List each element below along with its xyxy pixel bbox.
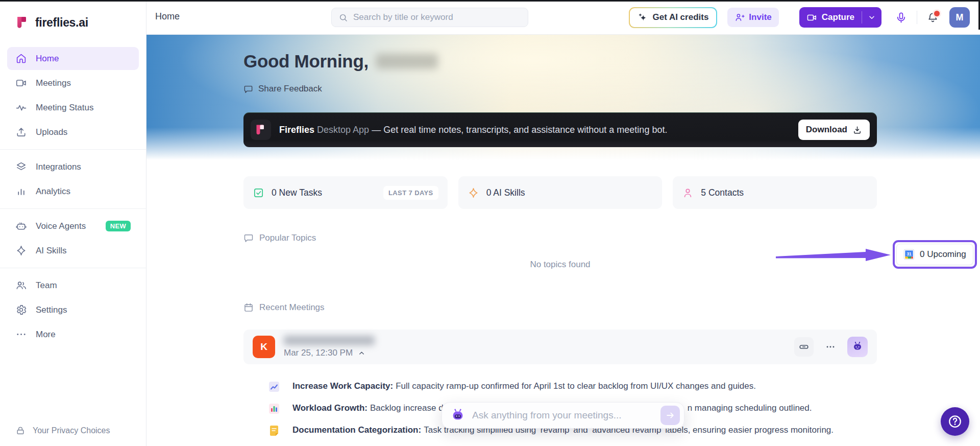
meeting-datetime: Mar 25, 12:30 PM — [284, 348, 353, 358]
popular-topics-label: Popular Topics — [259, 233, 316, 243]
home-icon — [15, 53, 27, 64]
pulse-icon — [15, 102, 27, 113]
desktop-app-banner: Fireflies Desktop App — Get real time no… — [243, 112, 877, 147]
ask-bot-icon — [450, 408, 465, 423]
sidebar-item-label: More — [36, 330, 56, 340]
banner-product: Desktop App — [317, 125, 369, 135]
search-box[interactable] — [331, 8, 528, 27]
note-title: Workload Growth: — [292, 403, 368, 413]
meeting-bot-button[interactable] — [847, 337, 868, 357]
annotation-highlight-box: 31 0 Upcoming — [893, 240, 977, 269]
sidebar-item-label: Analytics — [36, 186, 70, 197]
share-feedback-link[interactable]: Share Feedback — [243, 84, 322, 94]
ai-skills-sparkle-icon — [468, 187, 479, 199]
banner-description: — Get real time notes, transcripts, and … — [372, 125, 667, 135]
meeting-actions — [794, 337, 868, 357]
upcoming-label: 0 Upcoming — [920, 249, 966, 260]
privacy-choices-link[interactable]: Your Privacy Choices — [15, 426, 110, 436]
capture-dropdown-button[interactable] — [862, 7, 881, 28]
help-button[interactable] — [941, 407, 969, 436]
ai-sparkle-icon — [638, 12, 648, 22]
meeting-note: Increase Work Capacity:Full capacity ram… — [268, 379, 911, 393]
bar-chart-note-icon — [268, 403, 280, 415]
invite-button[interactable]: Invite — [727, 8, 778, 27]
sidebar-item-label: Home — [36, 54, 59, 64]
video-camera-icon — [15, 77, 27, 89]
question-mark-icon — [947, 414, 963, 429]
contact-person-icon — [682, 187, 694, 199]
sidebar-item-team[interactable]: Team — [7, 274, 139, 297]
ask-ai-input[interactable] — [472, 410, 654, 421]
sidebar-nav: Home Meetings Meeting Status Uploads Int… — [0, 47, 146, 346]
ai-skills-count-label: 0 AI Skills — [486, 187, 525, 198]
sidebar-item-analytics[interactable]: Analytics — [7, 180, 139, 203]
arrow-right-icon — [665, 410, 675, 420]
sidebar-item-more[interactable]: More — [7, 323, 139, 346]
ellipsis-icon — [825, 341, 836, 353]
sidebar: fireflies.ai Home Meetings Meeting Statu… — [0, 0, 146, 446]
meeting-row[interactable]: K Mar 25, 12:30 PM — [243, 330, 877, 364]
search-input[interactable] — [353, 12, 521, 22]
chevron-up-icon[interactable] — [358, 349, 365, 357]
sparkle-icon — [15, 245, 27, 256]
sidebar-item-label: Team — [36, 280, 57, 291]
microphone-button[interactable] — [895, 11, 908, 24]
share-feedback-label: Share Feedback — [258, 84, 322, 94]
task-check-icon — [253, 187, 264, 199]
ellipsis-icon — [15, 328, 27, 340]
sidebar-item-uploads[interactable]: Uploads — [7, 121, 139, 144]
sidebar-item-home[interactable]: Home — [7, 47, 139, 70]
copy-link-button[interactable] — [794, 337, 814, 357]
sidebar-item-integrations[interactable]: Integrations — [7, 155, 139, 178]
sidebar-item-meeting-status[interactable]: Meeting Status — [7, 96, 139, 119]
ai-skills-card[interactable]: 0 AI Skills — [458, 176, 663, 209]
bot-icon — [851, 341, 864, 353]
annotation-arrow — [776, 248, 891, 262]
sidebar-item-label: Voice Agents — [36, 221, 86, 231]
upcoming-meetings-button[interactable]: 31 0 Upcoming — [896, 244, 973, 265]
recent-meetings-header: Recent Meetings — [243, 302, 325, 313]
layers-icon — [15, 161, 27, 173]
google-calendar-icon: 31 — [903, 249, 915, 260]
user-avatar[interactable]: M — [949, 7, 970, 28]
robot-icon — [15, 220, 27, 232]
sidebar-item-label: Settings — [36, 305, 67, 315]
app-window: fireflies.ai Home Meetings Meeting Statu… — [0, 0, 980, 446]
sidebar-item-label: Uploads — [36, 127, 67, 137]
sidebar-divider — [0, 149, 146, 150]
sidebar-item-settings[interactable]: Settings — [7, 298, 139, 321]
download-button[interactable]: Download — [798, 120, 870, 140]
ask-send-button[interactable] — [660, 406, 680, 425]
more-options-button[interactable] — [825, 341, 836, 353]
topbar-divider — [917, 11, 917, 24]
team-icon — [15, 279, 27, 291]
notifications-button[interactable] — [926, 11, 939, 24]
download-icon — [852, 125, 862, 135]
calendar-icon — [243, 302, 254, 313]
sidebar-item-voice-agents[interactable]: Voice Agents NEW — [7, 215, 139, 238]
breadcrumb: Home — [155, 11, 180, 22]
contacts-card[interactable]: 5 Contacts — [673, 176, 877, 209]
search-icon — [338, 13, 348, 22]
lock-icon — [15, 426, 26, 436]
svg-text:31: 31 — [906, 252, 912, 256]
popular-topics-header: Popular Topics — [243, 233, 316, 243]
brand-logo[interactable]: fireflies.ai — [0, 0, 146, 30]
fireflies-logo-icon — [15, 15, 30, 30]
get-ai-credits-button[interactable]: Get AI credits — [629, 7, 717, 28]
sidebar-item-label: Integrations — [36, 162, 81, 172]
redacted-user-name — [376, 54, 438, 69]
main-content: Good Morning, Share Feedback Fireflies D… — [146, 35, 980, 446]
capture-button-group: Capture — [799, 7, 881, 28]
privacy-choices-label: Your Privacy Choices — [33, 426, 110, 435]
meeting-info: Mar 25, 12:30 PM — [284, 336, 375, 358]
fireflies-banner-logo-icon — [251, 120, 271, 140]
sidebar-item-meetings[interactable]: Meetings — [7, 72, 139, 95]
new-tasks-card[interactable]: 0 New Tasks LAST 7 DAYS — [243, 176, 448, 209]
redacted-meeting-title — [284, 336, 375, 345]
download-label: Download — [806, 125, 847, 135]
chevron-down-icon — [868, 13, 876, 21]
capture-button[interactable]: Capture — [799, 7, 862, 28]
banner-text: Fireflies Desktop App — Get real time no… — [279, 125, 667, 135]
sidebar-item-ai-skills[interactable]: AI Skills — [7, 239, 139, 262]
